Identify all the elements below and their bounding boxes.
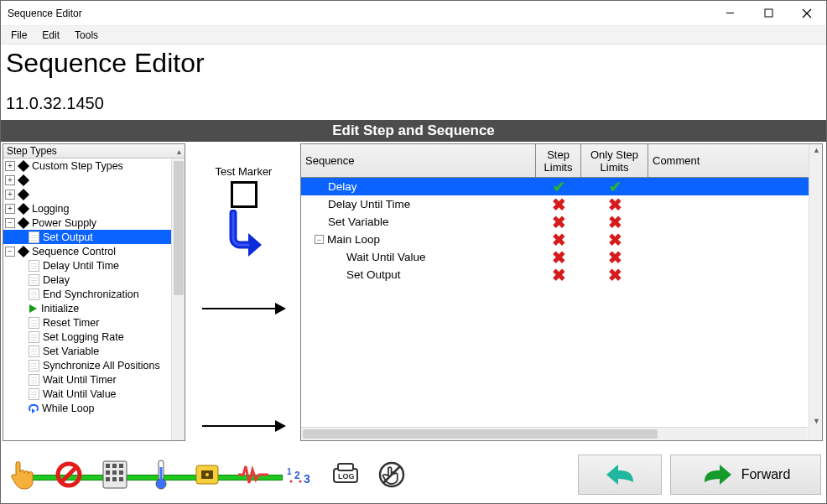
col-only-step-limits[interactable]: Only Step Limits xyxy=(581,144,648,177)
table-row[interactable]: Set Variable✖✖ xyxy=(301,213,822,231)
tree-expander[interactable]: + xyxy=(5,204,15,214)
hand-pointer-icon[interactable] xyxy=(6,458,39,491)
col-sequence[interactable]: Sequence xyxy=(301,144,536,177)
test-marker-box[interactable] xyxy=(231,181,257,208)
tree-scrollbar[interactable] xyxy=(171,159,185,440)
close-button[interactable] xyxy=(788,1,826,26)
tree-node[interactable]: Set Variable xyxy=(3,344,185,358)
titlebar: Sequence Editor xyxy=(1,1,826,26)
workarea: Step Types ▴ +Custom Step Types+++Loggin… xyxy=(1,142,826,446)
group-icon xyxy=(18,216,29,228)
svg-rect-1 xyxy=(765,9,772,17)
tree-node[interactable]: Reset Timer xyxy=(3,315,185,330)
power-supply-icon[interactable] xyxy=(190,458,224,491)
tree-node[interactable]: Wait Until Value xyxy=(3,387,185,401)
svg-rect-8 xyxy=(112,464,117,468)
tree-node[interactable]: Initialize xyxy=(3,301,185,315)
row-label: Main Loop xyxy=(327,233,380,246)
svg-rect-18 xyxy=(160,467,163,482)
keypad-icon[interactable] xyxy=(98,458,132,491)
step-icon xyxy=(29,331,39,343)
tree-node[interactable]: Delay xyxy=(3,273,185,287)
tree-node[interactable]: −Sequence Control xyxy=(3,244,185,258)
tree-node[interactable]: Wait Until Timer xyxy=(3,372,185,387)
grid-body[interactable]: Delay✔✔Delay Until Time✖✖Set Variable✖✖−… xyxy=(301,178,822,440)
group-icon xyxy=(18,202,29,214)
thermometer-icon[interactable] xyxy=(144,458,178,491)
maximize-button[interactable] xyxy=(749,1,788,26)
step-types-header[interactable]: Step Types ▴ xyxy=(3,144,185,158)
tree-node[interactable]: + xyxy=(3,187,185,201)
grid-scrollbar-vertical[interactable]: ▲▼ xyxy=(809,144,822,440)
insert-arrow-icon xyxy=(225,210,263,257)
tree-label: While Loop xyxy=(42,403,95,414)
arrow-left-icon xyxy=(603,462,637,487)
tree-node[interactable]: Set Logging Rate xyxy=(3,330,185,344)
step-icon xyxy=(29,374,39,386)
tree-label: Initialize xyxy=(41,303,79,314)
row-expander[interactable]: − xyxy=(315,235,324,244)
arrow-right-icon xyxy=(701,462,735,487)
section-title: Edit Step and Sequence xyxy=(1,120,826,142)
loop-icon xyxy=(29,404,39,413)
sequence-grid: Sequence Step Limits Only Step Limits Co… xyxy=(300,143,823,441)
tree-label: Reset Timer xyxy=(43,317,99,329)
menu-tools[interactable]: Tools xyxy=(68,28,105,43)
tree-label: Set Output xyxy=(43,231,93,243)
grid-scrollbar-horizontal[interactable] xyxy=(301,427,808,440)
minimize-button[interactable] xyxy=(710,1,749,26)
forbidden-icon[interactable] xyxy=(52,458,86,491)
table-row[interactable]: Wait Until Value✖✖ xyxy=(301,248,822,266)
tree-label: Set Variable xyxy=(43,346,99,357)
table-row[interactable]: Delay✔✔ xyxy=(301,178,822,195)
back-button[interactable] xyxy=(578,455,662,495)
no-touch-icon[interactable] xyxy=(375,458,408,491)
log-icon[interactable]: LOG xyxy=(329,458,362,491)
svg-rect-28 xyxy=(338,464,353,470)
tree-label: Set Logging Rate xyxy=(43,331,124,343)
numbers-icon[interactable]: 123 xyxy=(283,458,316,491)
tree-label: Logging xyxy=(32,203,70,215)
grid-header: Sequence Step Limits Only Step Limits Co… xyxy=(301,144,822,178)
menu-edit[interactable]: Edit xyxy=(35,28,66,43)
tree-node[interactable]: Set Output xyxy=(3,230,185,244)
tree-node[interactable]: + xyxy=(3,173,185,187)
tree-expander[interactable]: − xyxy=(5,218,15,228)
menu-file[interactable]: File xyxy=(4,28,34,43)
version-label: 11.0.32.1450 xyxy=(6,94,821,113)
col-step-limits[interactable]: Step Limits xyxy=(536,144,581,177)
tree-expander[interactable]: + xyxy=(5,161,15,171)
tree-node[interactable]: +Custom Step Types xyxy=(3,158,185,173)
col-comment[interactable]: Comment xyxy=(648,144,822,177)
step-icon xyxy=(29,288,39,300)
svg-rect-13 xyxy=(106,477,110,481)
row-label: Wait Until Value xyxy=(346,251,426,263)
waveform-icon[interactable] xyxy=(237,458,270,491)
tree-node[interactable]: −Power Supply xyxy=(3,216,185,230)
svg-text:2: 2 xyxy=(294,470,300,481)
drop-target-column: Test Marker xyxy=(187,143,300,441)
table-row[interactable]: −Main Loop✖✖ xyxy=(301,231,822,248)
tree-node[interactable]: +Logging xyxy=(3,201,185,216)
table-row[interactable]: Set Output✖✖ xyxy=(301,266,822,283)
tree-label: Wait Until Value xyxy=(43,388,117,400)
step-types-tree[interactable]: +Custom Step Types+++Logging−Power Suppl… xyxy=(3,158,185,440)
table-row[interactable]: Delay Until Time✖✖ xyxy=(301,195,822,213)
tree-node[interactable]: Synchronize All Positions xyxy=(3,358,185,372)
scrollbar-thumb[interactable] xyxy=(174,161,184,295)
row-label: Delay xyxy=(328,180,357,193)
test-marker-label: Test Marker xyxy=(216,165,273,178)
tree-expander[interactable]: − xyxy=(5,247,15,257)
footer-toolbar: 123 LOG Forward xyxy=(1,446,826,503)
page-header: Sequence Editor 11.0.32.1450 xyxy=(1,44,826,120)
tree-node[interactable]: Delay Until Time xyxy=(3,258,185,273)
svg-rect-9 xyxy=(119,464,123,468)
step-types-panel: Step Types ▴ +Custom Step Types+++Loggin… xyxy=(3,143,185,441)
tree-node[interactable]: While Loop xyxy=(3,401,185,415)
tree-expander[interactable]: + xyxy=(5,190,15,200)
arrow-icon xyxy=(202,418,286,434)
tree-node[interactable]: End Synchronization xyxy=(3,287,185,301)
forward-button[interactable]: Forward xyxy=(670,455,821,495)
step-icon xyxy=(29,317,39,329)
tree-expander[interactable]: + xyxy=(5,175,15,185)
